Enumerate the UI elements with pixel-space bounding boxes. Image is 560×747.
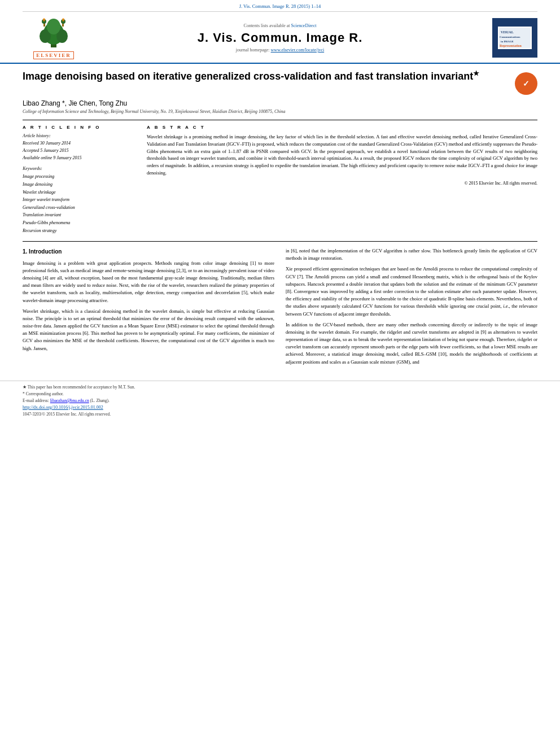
svg-point-4 <box>47 19 60 34</box>
page-header: ELSEVIER Contents lists available at Sci… <box>0 12 560 64</box>
svg-point-10 <box>62 18 64 21</box>
journal-title: J. Vis. Commun. Image R. <box>85 30 475 45</box>
article-info-panel: A R T I C L E I N F O Article history: R… <box>23 125 135 234</box>
footer-note-2: * Corresponding author. <box>23 391 537 396</box>
intro-heading: 1. Introduction <box>23 247 274 256</box>
journal-header-center: Contents lists available at ScienceDirec… <box>85 23 475 53</box>
info-abstract-section: A R T I C L E I N F O Article history: R… <box>23 120 537 234</box>
keywords-list: Image processing Image denoising Wavelet… <box>23 173 135 234</box>
article-info-heading: A R T I C L E I N F O <box>23 125 135 130</box>
elsevier-logo-area: ELSEVIER <box>23 16 85 59</box>
sciencedirect-link[interactable]: ScienceDirect <box>291 23 317 28</box>
body-columns: 1. Introduction Image denoising is a pro… <box>23 247 537 369</box>
svg-point-9 <box>43 18 45 21</box>
article-content: Image denoising based on iterative gener… <box>0 64 560 381</box>
intro-para-1: Image denoising is a problem with great … <box>23 260 274 304</box>
intro-para-5: In addition to the GCV-based methods, th… <box>286 321 537 366</box>
footer-email: E-mail address: libaozhan@bnu.edu.cn (L.… <box>23 398 537 403</box>
intro-para-2: Wavelet shrinkage, which is a classical … <box>23 308 274 352</box>
copyright-text: © 2015 Elsevier Inc. All rights reserved… <box>147 180 537 187</box>
svg-text:Representation: Representation <box>500 44 522 47</box>
keyword-8: Recursion strategy <box>23 227 135 235</box>
affiliation-line: College of Information Science and Techn… <box>23 109 537 114</box>
paper-title-section: Image denoising based on iterative gener… <box>23 69 537 95</box>
footer-doi: http://dx.doi.org/10.1016/j.jvcir.2015.0… <box>23 405 537 410</box>
received-date: Received 30 January 2014 <box>23 140 135 147</box>
journal-badge-area: VISUAL Communications in IMAGE Represent… <box>475 18 537 58</box>
keywords-label: Keywords: <box>23 166 135 171</box>
svg-text:Communications: Communications <box>500 36 520 38</box>
footer-note-1: ★ This paper has been recommended for ac… <box>23 385 537 390</box>
keyword-5: Generalized cross-validation <box>23 204 135 212</box>
paper-title: Image denoising based on iterative gener… <box>23 69 509 83</box>
intro-para-4: Xie proposed efficient approximation tec… <box>286 265 537 317</box>
keyword-6: Translation invariant <box>23 211 135 219</box>
article-history-label: Article history: <box>23 133 135 138</box>
keyword-4: Integer wavelet transform <box>23 196 135 204</box>
author-email-link[interactable]: libaozhan@bnu.edu.cn <box>50 398 89 403</box>
abstract-panel: A B S T R A C T Wavelet shrinkage is a p… <box>147 125 537 234</box>
abstract-heading: A B S T R A C T <box>147 125 537 130</box>
contents-available-text: Contents lists available at ScienceDirec… <box>85 23 475 28</box>
keyword-7: Pseudo-Gibbs phenomena <box>23 219 135 227</box>
footer-issn: 1047-3203/© 2015 Elsevier Inc. All right… <box>23 412 537 417</box>
elsevier-logo: ELSEVIER <box>23 16 85 59</box>
intro-para-3: in [6], noted that the implementation of… <box>286 247 537 262</box>
article-dates: Received 30 January 2014 Accepted 5 Janu… <box>23 140 135 161</box>
visual-badge-icon: VISUAL Communications in IMAGE Represent… <box>498 27 532 49</box>
journal-citation-text: J. Vis. Commun. Image R. 28 (2015) 1–14 <box>239 3 321 9</box>
svg-text:VISUAL: VISUAL <box>501 30 514 34</box>
keyword-3: Wavelet shrinkage <box>23 189 135 196</box>
keyword-2: Image denoising <box>23 181 135 189</box>
page-footer: ★ This paper has been recommended for ac… <box>0 381 560 422</box>
journal-homepage: journal homepage: www.elsevier.com/locat… <box>85 47 475 53</box>
keyword-1: Image processing <box>23 173 135 181</box>
abstract-text: Wavelet shrinkage is a promising method … <box>147 133 537 187</box>
elsevier-text: ELSEVIER <box>33 51 74 59</box>
body-left-column: 1. Introduction Image denoising is a pro… <box>23 247 274 369</box>
crossmark-badge: ✓ <box>515 72 537 95</box>
journal-citation-bar: J. Vis. Commun. Image R. 28 (2015) 1–14 <box>23 0 537 12</box>
svg-text:in IMAGE: in IMAGE <box>501 40 514 43</box>
elsevier-tree-icon <box>31 16 76 50</box>
authors-line: Libao Zhang *, Jie Chen, Tong Zhu <box>23 99 537 107</box>
section-divider <box>23 241 537 242</box>
accepted-date: Accepted 5 January 2015 <box>23 147 135 155</box>
body-right-column: in [6], noted that the implementation of… <box>286 247 537 369</box>
journal-visual-badge: VISUAL Communications in IMAGE Represent… <box>492 18 537 58</box>
doi-link[interactable]: http://dx.doi.org/10.1016/j.jvcir.2015.0… <box>23 405 103 410</box>
journal-url[interactable]: www.elsevier.com/locate/jvci <box>271 47 325 53</box>
available-date: Available online 9 January 2015 <box>23 155 135 162</box>
